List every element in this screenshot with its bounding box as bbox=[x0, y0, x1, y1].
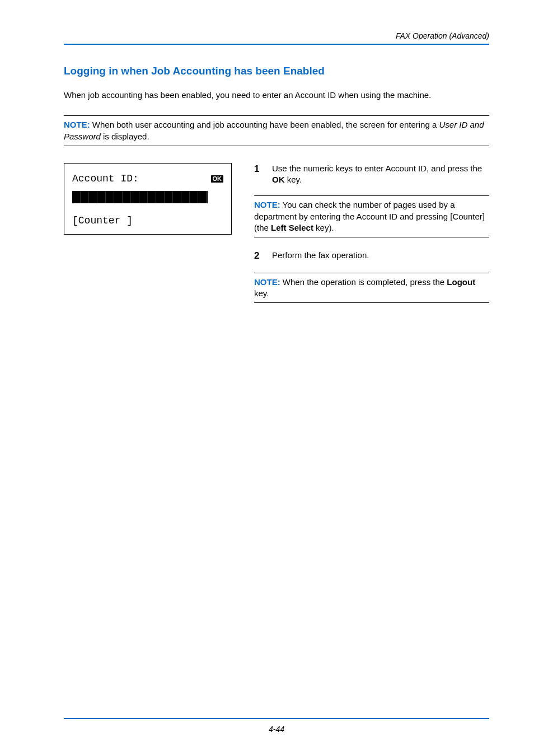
step-1: 1 Use the numeric keys to enter Account … bbox=[254, 163, 489, 186]
lcd-screen: Account ID: OK [Counter ] bbox=[64, 163, 232, 235]
step-bold: OK bbox=[272, 175, 285, 184]
lcd-line1: Account ID: bbox=[72, 171, 139, 186]
note-label: NOTE: bbox=[254, 277, 280, 287]
note-block-bottom: NOTE: When the operation is completed, p… bbox=[254, 273, 489, 304]
note-text-b: key). bbox=[313, 223, 334, 232]
step-number: 1 bbox=[254, 163, 263, 186]
note-text: When both user accounting and job accoun… bbox=[90, 120, 439, 129]
intro-paragraph: When job accounting has been enabled, yo… bbox=[64, 90, 489, 101]
note-text-b: key. bbox=[254, 288, 269, 298]
running-header: FAX Operation (Advanced) bbox=[64, 31, 489, 45]
ok-badge-icon: OK bbox=[211, 175, 224, 183]
rule bbox=[254, 237, 489, 237]
step-text: Perform the fax operation. bbox=[272, 250, 489, 263]
step-2: 2 Perform the fax operation. bbox=[254, 250, 489, 263]
note-after: is displayed. bbox=[101, 132, 149, 141]
section-heading: Logging in when Job Accounting has been … bbox=[64, 65, 489, 77]
lcd-input-bar bbox=[72, 191, 208, 203]
page-footer: 4-44 bbox=[64, 718, 489, 734]
rule bbox=[254, 302, 489, 303]
step-number: 2 bbox=[254, 250, 263, 263]
rule bbox=[64, 146, 489, 146]
lcd-line3: [Counter ] bbox=[72, 213, 223, 228]
note-block-top: NOTE: When both user accounting and job … bbox=[64, 115, 489, 146]
note-label: NOTE: bbox=[254, 200, 280, 209]
step-text-after: key. bbox=[285, 175, 302, 184]
note-bold: Logout bbox=[447, 277, 475, 287]
step-text: Use the numeric keys to enter Account ID… bbox=[272, 164, 482, 173]
note-bold: Left Select bbox=[271, 223, 313, 232]
note-block-mid: NOTE: You can check the number of pages … bbox=[254, 195, 489, 237]
footer-rule bbox=[64, 718, 489, 719]
note-label: NOTE: bbox=[64, 120, 90, 129]
note-text: When the operation is completed, press t… bbox=[280, 277, 447, 287]
page-number: 4-44 bbox=[64, 725, 489, 734]
